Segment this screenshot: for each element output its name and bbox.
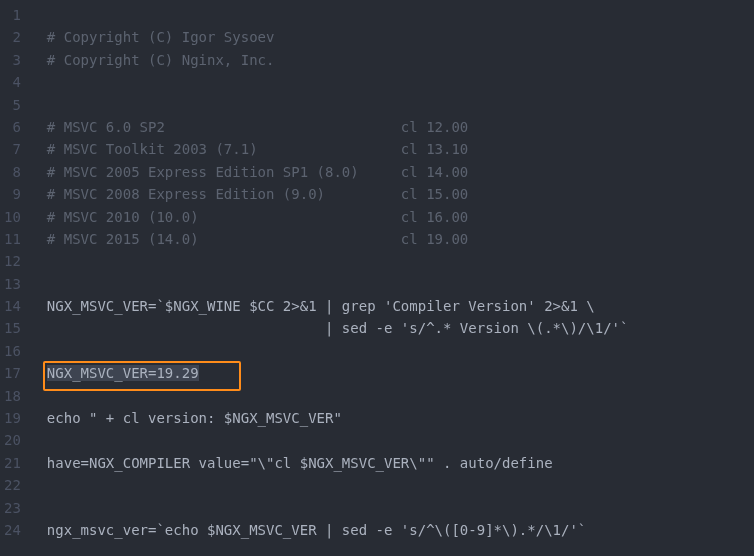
line-number: 7 <box>4 138 21 160</box>
code-text: # MSVC 2008 Express Edition (9.0) cl 15.… <box>47 186 468 202</box>
code-line[interactable] <box>47 273 754 295</box>
code-line[interactable]: NGX_MSVC_VER=19.29 <box>47 362 754 384</box>
code-line[interactable]: # Copyright (C) Nginx, Inc. <box>47 49 754 71</box>
line-number: 22 <box>4 474 21 496</box>
line-number: 6 <box>4 116 21 138</box>
line-number: 8 <box>4 161 21 183</box>
line-number: 13 <box>4 273 21 295</box>
code-text: # MSVC 2010 (10.0) cl 16.00 <box>47 209 468 225</box>
code-line[interactable] <box>47 4 754 26</box>
code-line[interactable] <box>47 474 754 496</box>
code-line[interactable]: echo " + cl version: $NGX_MSVC_VER" <box>47 407 754 429</box>
code-line[interactable]: # MSVC 2008 Express Edition (9.0) cl 15.… <box>47 183 754 205</box>
line-number-gutter: 123456789101112131415161718192021222324 <box>0 0 29 556</box>
code-line[interactable]: NGX_MSVC_VER=`$NGX_WINE $CC 2>&1 | grep … <box>47 295 754 317</box>
line-number: 24 <box>4 519 21 541</box>
line-number: 12 <box>4 250 21 272</box>
code-line[interactable] <box>47 340 754 362</box>
line-number: 11 <box>4 228 21 250</box>
code-line[interactable] <box>47 497 754 519</box>
code-text: # Copyright (C) Igor Sysoev <box>47 29 275 45</box>
line-number: 1 <box>4 4 21 26</box>
code-line[interactable]: # MSVC 6.0 SP2 cl 12.00 <box>47 116 754 138</box>
code-line[interactable]: # MSVC 2005 Express Edition SP1 (8.0) cl… <box>47 161 754 183</box>
code-text: have=NGX_COMPILER value="\"cl $NGX_MSVC_… <box>47 455 553 471</box>
line-number: 10 <box>4 206 21 228</box>
code-line[interactable] <box>47 250 754 272</box>
code-text: ngx_msvc_ver=`echo $NGX_MSVC_VER | sed -… <box>47 522 586 538</box>
code-text: NGX_MSVC_VER=`$NGX_WINE $CC 2>&1 | grep … <box>47 298 595 314</box>
code-line[interactable] <box>47 71 754 93</box>
code-line[interactable] <box>47 429 754 451</box>
code-line[interactable]: ngx_msvc_ver=`echo $NGX_MSVC_VER | sed -… <box>47 519 754 541</box>
line-number: 4 <box>4 71 21 93</box>
line-number: 3 <box>4 49 21 71</box>
line-number: 20 <box>4 429 21 451</box>
code-text: # MSVC 6.0 SP2 cl 12.00 <box>47 119 468 135</box>
line-number: 19 <box>4 407 21 429</box>
code-line[interactable]: have=NGX_COMPILER value="\"cl $NGX_MSVC_… <box>47 452 754 474</box>
code-text: # MSVC 2015 (14.0) cl 19.00 <box>47 231 468 247</box>
line-number: 16 <box>4 340 21 362</box>
code-text: | sed -e 's/^.* Version \(.*\)/\1/'` <box>47 320 629 336</box>
code-text: echo " + cl version: $NGX_MSVC_VER" <box>47 410 342 426</box>
code-editor[interactable]: 123456789101112131415161718192021222324 … <box>0 0 754 556</box>
code-line[interactable]: | sed -e 's/^.* Version \(.*\)/\1/'` <box>47 317 754 339</box>
code-line[interactable]: # MSVC 2010 (10.0) cl 16.00 <box>47 206 754 228</box>
code-text: NGX_MSVC_VER=19.29 <box>47 365 199 381</box>
line-number: 2 <box>4 26 21 48</box>
code-line[interactable]: # MSVC 2015 (14.0) cl 19.00 <box>47 228 754 250</box>
line-number: 14 <box>4 295 21 317</box>
code-line[interactable] <box>47 385 754 407</box>
code-line[interactable]: # Copyright (C) Igor Sysoev <box>47 26 754 48</box>
line-number: 21 <box>4 452 21 474</box>
line-number: 5 <box>4 94 21 116</box>
code-area[interactable]: # Copyright (C) Igor Sysoev# Copyright (… <box>29 0 754 556</box>
code-text: # MSVC 2005 Express Edition SP1 (8.0) cl… <box>47 164 468 180</box>
line-number: 18 <box>4 385 21 407</box>
line-number: 23 <box>4 497 21 519</box>
line-number: 9 <box>4 183 21 205</box>
code-text: # MSVC Toolkit 2003 (7.1) cl 13.10 <box>47 141 468 157</box>
line-number: 17 <box>4 362 21 384</box>
code-line[interactable] <box>47 94 754 116</box>
code-line[interactable]: # MSVC Toolkit 2003 (7.1) cl 13.10 <box>47 138 754 160</box>
line-number: 15 <box>4 317 21 339</box>
code-text: # Copyright (C) Nginx, Inc. <box>47 52 275 68</box>
